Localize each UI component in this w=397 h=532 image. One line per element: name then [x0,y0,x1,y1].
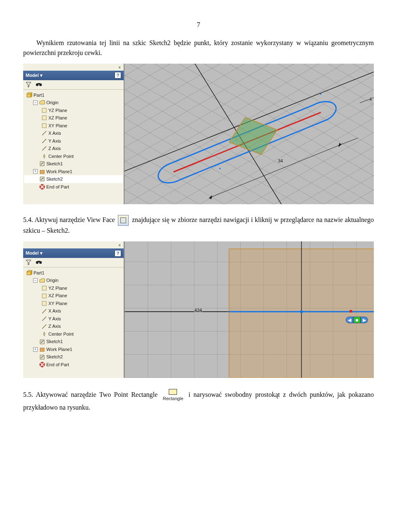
tree-y-axis[interactable]: Y Axis [24,137,123,145]
tree-y-axis[interactable]: Y Axis [24,315,123,323]
plane-icon [41,285,47,291]
filter-icon[interactable] [26,260,31,265]
filter-icon[interactable] [26,82,31,88]
tree-center-point[interactable]: Center Point [24,330,123,338]
tree-x-axis[interactable]: X Axis [24,307,123,315]
close-icon[interactable]: × [117,242,122,248]
svg-line-33 [42,309,46,313]
point-icon [41,153,47,159]
axis-icon [41,308,47,314]
viewport-3d[interactable]: 34 4 [124,64,374,204]
tree-xz-plane[interactable]: XZ Plane [24,114,123,122]
expand-icon[interactable]: + [33,169,38,174]
scrub-commit-icon[interactable]: ■ [353,317,361,323]
plane-icon [41,115,47,121]
sketch-icon [39,354,45,360]
tree-x-axis[interactable]: X Axis [24,129,123,137]
help-icon[interactable]: ? [115,250,121,257]
scrub-left-icon[interactable]: ◀ [346,317,353,323]
sketch-geometry [124,241,374,378]
viewport-3d[interactable]: 434 ◀ ■ ▶ [124,241,374,378]
tree-xy-plane[interactable]: XY Plane [24,122,123,130]
intro-paragraph: Wynikiem rzutowania tej linii na szkic S… [23,38,374,58]
tree-z-axis[interactable]: Z Axis [24,322,123,330]
tree-part[interactable]: Part1 [24,269,123,277]
folder-icon [39,100,45,105]
collapse-icon[interactable]: − [33,278,38,283]
tree-sketch1[interactable]: Sketch1 [24,160,123,168]
panel-header[interactable]: Model ▾ ? [23,248,124,258]
tree-xy-plane[interactable]: XY Plane [24,300,123,308]
svg-line-8 [42,139,46,143]
page-number: 7 [23,20,374,30]
workplane-icon [39,346,45,352]
svg-rect-4 [42,108,46,112]
svg-line-35 [42,324,46,329]
svg-line-34 [42,317,46,321]
svg-line-19 [209,144,342,198]
tree-end-of-part[interactable]: End of Part [24,361,123,369]
svg-line-22 [342,138,358,144]
binoculars-icon[interactable] [36,260,42,265]
tree-z-axis[interactable]: Z Axis [24,145,123,153]
tree-origin[interactable]: − Origin [24,99,123,107]
part-icon [26,92,32,98]
close-icon[interactable]: × [117,64,122,71]
value-scrubber[interactable]: ◀ ■ ▶ [346,317,368,323]
svg-rect-37 [40,348,44,351]
svg-line-7 [42,131,46,135]
plane-icon [41,293,47,299]
axis-icon [41,138,47,144]
step-5-5: 5.5. Aktywować narzędzie Two Point Recta… [23,389,374,413]
binoculars-icon[interactable] [36,82,42,87]
point-icon [41,331,47,337]
axis-icon [41,130,47,136]
end-of-part-icon [39,184,45,190]
model-tree-panel: × Model ▾ ? Part1 − Origin YZ Plane [23,64,124,204]
tree-sketch2[interactable]: Sketch2 [24,175,123,183]
plane-icon [41,301,47,306]
view-face-icon [118,215,129,226]
step-5-4: 5.4. Aktywuj narzędzie View Face znajduj… [23,215,374,236]
tree-yz-plane[interactable]: YZ Plane [24,284,123,292]
screenshot-2: × Model ▾ ? Part1 −Origin YZ Plane XZ Pl… [23,241,374,378]
tree-xz-plane[interactable]: XZ Plane [24,292,123,300]
model-tree: Part1 − Origin YZ Plane XZ Plane XY Plan… [23,90,124,205]
dimension-label-4[interactable]: 4 [369,96,372,103]
sketch-icon [39,339,45,345]
svg-rect-11 [40,170,44,174]
tree-part[interactable]: Part1 [24,91,123,99]
tree-yz-plane[interactable]: YZ Plane [24,107,123,115]
model-tree-panel-2: × Model ▾ ? Part1 −Origin YZ Plane XZ Pl… [23,241,124,378]
sketch-geometry [124,64,374,204]
tree-sketch1[interactable]: Sketch1 [24,338,123,346]
svg-rect-28 [38,261,40,262]
dimension-label-34[interactable]: 34 [277,157,283,165]
svg-rect-6 [42,124,46,128]
tree-origin[interactable]: −Origin [24,277,123,284]
tree-workplane1[interactable]: +Work Plane1 [24,346,123,353]
collapse-icon[interactable]: − [33,100,38,105]
panel-title: Model ▾ [26,72,43,79]
axis-icon [41,324,47,329]
svg-marker-20 [209,195,212,199]
tree-workplane1[interactable]: +Work Plane1 [24,168,123,176]
svg-rect-29 [27,272,31,275]
svg-rect-5 [42,116,46,120]
workplane-icon [39,169,45,174]
svg-rect-47 [350,310,352,313]
dimension-label-434[interactable]: 434 [194,307,202,314]
svg-line-9 [42,146,46,150]
model-tree: Part1 −Origin YZ Plane XZ Plane XY Plane… [23,267,124,378]
expand-icon[interactable]: + [33,347,38,352]
scrub-right-icon[interactable]: ▶ [361,317,368,323]
panel-header[interactable]: Model ▾ ? [23,71,124,80]
tree-end-of-part[interactable]: End of Part [24,183,123,191]
end-of-part-icon [39,362,45,367]
tree-sketch2[interactable]: Sketch2 [24,353,123,361]
axis-icon [41,316,47,322]
axis-icon [41,146,47,151]
sketch-icon [39,176,45,182]
help-icon[interactable]: ? [115,72,121,79]
tree-center-point[interactable]: Center Point [24,153,123,160]
